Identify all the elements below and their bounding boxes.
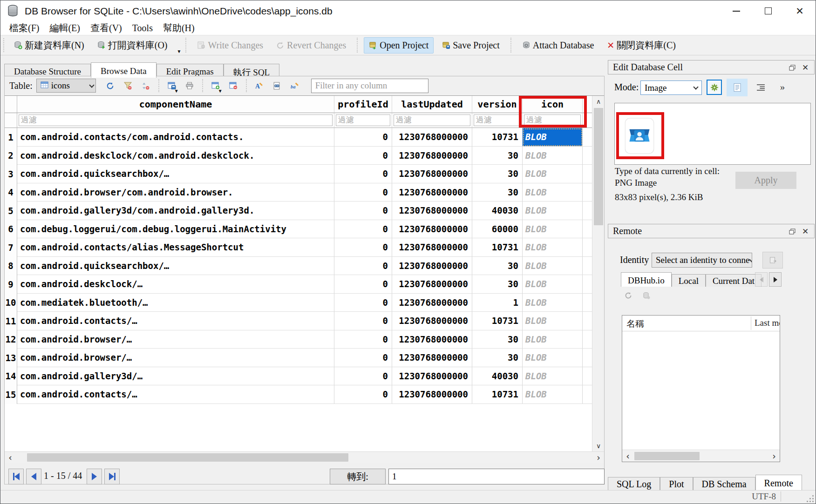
profileId-cell[interactable]: 0: [334, 330, 392, 349]
last-modified-column-header[interactable]: Last mo: [755, 318, 780, 328]
icon-blob-cell[interactable]: BLOB: [523, 147, 583, 165]
icon-blob-cell[interactable]: BLOB: [523, 330, 583, 349]
last-record-button[interactable]: [104, 469, 120, 484]
vertical-scrollbar[interactable]: ∧ ∨: [592, 96, 604, 451]
icon-blob-cell[interactable]: BLOB: [523, 238, 583, 257]
version-cell[interactable]: 30: [472, 165, 523, 183]
componentName-cell[interactable]: com.android.gallery3d/com.android.galler…: [17, 202, 334, 220]
table-row[interactable]: 2com.android.deskclock/com.android.deskc…: [5, 147, 592, 165]
profileId-cell[interactable]: 0: [334, 202, 392, 220]
remote-scrollbar-thumb[interactable]: [634, 452, 700, 460]
goto-record-input[interactable]: [388, 469, 605, 484]
componentName-cell[interactable]: com.android.contacts/alias.MessageShortc…: [17, 238, 334, 257]
scroll-up-icon[interactable]: ∧: [592, 96, 605, 107]
import-export-button[interactable]: [707, 80, 722, 95]
print-button[interactable]: [182, 79, 197, 93]
table-row[interactable]: 15com.android.contacts/…0123076800000010…: [5, 385, 592, 404]
componentName-cell[interactable]: com.android.contacts/…: [17, 312, 334, 330]
version-cell[interactable]: 40030: [472, 202, 523, 220]
close-dock-icon[interactable]: ✕: [800, 63, 810, 72]
version-cell[interactable]: 10731: [472, 312, 523, 330]
version-cell[interactable]: 30: [472, 183, 523, 202]
row-number-cell[interactable]: 7: [5, 238, 17, 257]
profileId-cell[interactable]: 0: [334, 238, 392, 257]
version-cell[interactable]: 30: [472, 330, 523, 349]
identity-select[interactable]: Select an identity to conne: [652, 253, 752, 268]
componentName-cell[interactable]: com.android.quicksearchbox/…: [17, 257, 334, 276]
partial-cell[interactable]: [583, 238, 592, 257]
version-cell[interactable]: 30: [472, 275, 523, 294]
column-header-profileId[interactable]: profileId: [334, 96, 392, 113]
componentName-cell[interactable]: com.android.contacts/com.android.contact…: [17, 128, 334, 147]
icon-blob-cell[interactable]: BLOB: [523, 165, 583, 183]
filter-lastUpdated[interactable]: 過濾: [392, 113, 472, 128]
horizontal-scrollbar-thumb[interactable]: [27, 453, 348, 462]
profileId-cell[interactable]: 0: [334, 367, 392, 386]
open-database-button[interactable]: 打開資料庫(O): [93, 37, 172, 54]
table-select[interactable]: icons: [36, 79, 96, 93]
delete-record-button[interactable]: [225, 79, 241, 93]
partial-cell[interactable]: [583, 257, 592, 276]
partial-cell[interactable]: [583, 294, 592, 312]
icon-blob-cell[interactable]: BLOB: [523, 220, 583, 239]
table-row[interactable]: 7com.android.contacts/alias.MessageShort…: [5, 238, 592, 257]
row-number-cell[interactable]: 6: [5, 220, 17, 239]
more-tools-button[interactable]: »: [775, 80, 789, 95]
filter-version[interactable]: 過濾: [472, 113, 523, 128]
row-number-cell[interactable]: 9: [5, 275, 17, 294]
row-number-cell[interactable]: 15: [5, 385, 17, 404]
table-row[interactable]: 6com.debug.loggerui/com.debug.loggerui.M…: [5, 220, 592, 239]
lastUpdated-cell[interactable]: 1230768000000: [392, 238, 472, 257]
partial-cell[interactable]: [583, 349, 592, 367]
find-in-document-button[interactable]: [269, 79, 285, 93]
profileId-cell[interactable]: 0: [334, 128, 392, 147]
table-row[interactable]: 10com.mediatek.bluetooth/…01230768000000…: [5, 294, 592, 312]
profileId-cell[interactable]: 0: [334, 183, 392, 202]
row-number-cell[interactable]: 4: [5, 183, 17, 202]
icon-blob-cell[interactable]: BLOB: [523, 275, 583, 294]
goto-button[interactable]: 轉到:: [330, 469, 386, 484]
profileId-cell[interactable]: 0: [334, 349, 392, 367]
icon-blob-cell[interactable]: BLOB: [523, 202, 583, 220]
remote-tab-dbhub[interactable]: DBHub.io: [621, 272, 672, 287]
scroll-left-icon[interactable]: ‹: [622, 450, 633, 462]
remote-list-scrollbar[interactable]: ‹ ›: [622, 450, 780, 462]
lastUpdated-cell[interactable]: 1230768000000: [392, 165, 472, 183]
revert-changes-button[interactable]: Revert Changes: [272, 38, 351, 53]
table-row[interactable]: 13com.android.browser/…0123076800000030B…: [5, 349, 592, 367]
text-mode-button[interactable]: [727, 79, 748, 96]
minimize-button[interactable]: [721, 0, 752, 21]
componentName-cell[interactable]: com.android.browser/…: [17, 330, 334, 349]
refresh-remote-icon[interactable]: [625, 292, 632, 301]
menu-view[interactable]: 查看(V): [85, 22, 127, 34]
version-cell[interactable]: 10731: [472, 385, 523, 404]
lastUpdated-cell[interactable]: 1230768000000: [392, 385, 472, 404]
componentName-cell[interactable]: com.android.browser/com.android.browser.: [17, 183, 334, 202]
partial-cell[interactable]: [583, 128, 592, 147]
previous-record-button[interactable]: [26, 469, 41, 484]
column-header-lastUpdated[interactable]: lastUpdated: [392, 96, 472, 113]
row-number-cell[interactable]: 10: [5, 294, 17, 312]
table-row[interactable]: 1com.android.contacts/com.android.contac…: [5, 128, 592, 147]
partial-cell[interactable]: [583, 330, 592, 349]
icon-blob-cell[interactable]: BLOB: [523, 294, 583, 312]
lastUpdated-cell[interactable]: 1230768000000: [392, 202, 472, 220]
row-number-cell[interactable]: 14: [5, 367, 17, 386]
menu-edit[interactable]: 編輯(E): [44, 22, 85, 34]
version-cell[interactable]: 10731: [472, 128, 523, 147]
row-number-cell[interactable]: 13: [5, 349, 17, 367]
version-cell[interactable]: 30: [472, 349, 523, 367]
attach-database-button[interactable]: Attach Database: [517, 38, 599, 53]
version-cell[interactable]: 10731: [472, 238, 523, 257]
scroll-right-icon[interactable]: ›: [768, 450, 780, 462]
version-cell[interactable]: 30: [472, 257, 523, 276]
new-database-button[interactable]: 新建資料庫(N): [9, 37, 89, 54]
tab-browse-data[interactable]: Browse Data: [91, 62, 156, 78]
mode-select[interactable]: Image: [640, 81, 702, 95]
table-row[interactable]: 14com.android.gallery3d/…012307680000004…: [5, 367, 592, 386]
lastUpdated-cell[interactable]: 1230768000000: [392, 220, 472, 239]
float-dock-button[interactable]: [787, 227, 797, 236]
profileId-cell[interactable]: 0: [334, 165, 392, 183]
profileId-cell[interactable]: 0: [334, 294, 392, 312]
clone-database-icon[interactable]: [643, 292, 650, 301]
